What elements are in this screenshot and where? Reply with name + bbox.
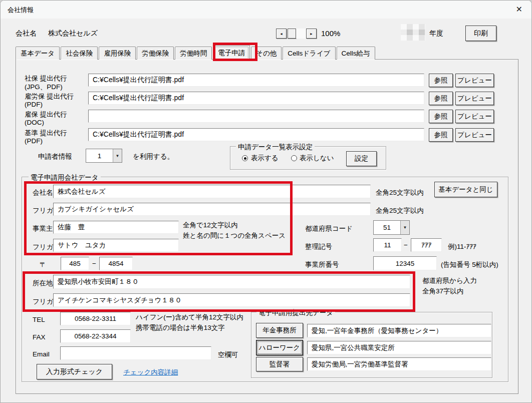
window-title: 会社情報 [8,6,34,15]
office-number-hint: (告知番号 5桁以内) [441,260,498,269]
file-row-label: 雇労保 提出代行 [25,92,74,101]
settings-button[interactable]: 設定 [346,151,377,166]
preview-button[interactable]: プレビュー [455,92,494,105]
applicant-label: 申請者情報 [38,152,72,161]
chevron-down-icon[interactable]: ▼ [400,221,409,234]
tab-others[interactable]: その他 [251,47,282,60]
scrollbar-track[interactable] [296,29,306,39]
zoom-percent: 100% [321,29,340,38]
preview-button[interactable]: プレビュー [455,74,494,87]
file-row-label2: (JPG、PDF) [25,83,63,92]
tab-strip: 基本データ 社会保険 雇用保険 労働保険 労働時間 電子申請 その他 Cells… [16,46,375,60]
pref-code-label: 都道府県コード [305,224,353,233]
pref-code-value: 51 [374,221,400,234]
seiri-dash: − [404,241,408,249]
address-kana-input[interactable] [53,293,410,307]
zip-input-2[interactable] [99,257,133,270]
offices-title: 電子申請用提出先データ [256,308,335,317]
address-label: 所在地 [33,279,53,288]
owner-input[interactable] [53,221,179,234]
file-path-input-koho[interactable] [88,110,424,123]
seiri-input-1[interactable] [373,238,402,252]
owner-label: 事業主 [33,224,53,233]
zoom-scrollbar[interactable]: ◄ ► [276,29,317,39]
seiri-example: 例)11-ｱｱｱ [448,242,476,251]
redacted-year-value [401,24,425,41]
format-check-button[interactable]: 入力形式チェック [37,364,112,379]
hello-work-input[interactable] [307,341,491,354]
browse-button[interactable]: 参照 [429,92,453,105]
radio-hide[interactable] [291,155,297,161]
radio-show-label[interactable]: 表示する [251,154,279,163]
tel-input[interactable] [60,312,131,325]
file-row-label: 雇保 提出代行 [25,110,67,119]
fax-input[interactable] [60,329,131,343]
company-data-title: 電子申請用会社データ [29,173,101,182]
file-row-label2: (PDF) [25,137,43,145]
tab-basic-data[interactable]: 基本データ [16,47,60,60]
tab-cells-drive[interactable]: Cellsドライブ [283,47,335,60]
file-row-label2: (DOC) [25,119,44,126]
owner-hint2: 姓と名の間に１つの全角スペース [183,231,286,240]
close-icon[interactable]: ✕ [516,5,522,14]
pension-office-button[interactable]: 年金事務所 [256,323,303,338]
company-info-dialog: 会社情報 ✕ 会社名 株式会社セルズ ◄ ► 100% 年度 印刷 基本データ … [0,0,532,403]
print-button[interactable]: 印刷 [465,26,496,41]
tab-employment-insurance[interactable]: 雇用保険 [99,47,136,60]
preview-button[interactable]: プレビュー [455,128,494,142]
tab-labor-insurance[interactable]: 労働保険 [137,47,174,60]
zip-label: 〒 [40,260,47,269]
tel-label: TEL [33,316,45,323]
scroll-right-icon[interactable]: ► [306,29,317,39]
labor-standards-input[interactable] [307,357,491,371]
file-path-input-korohо[interactable] [88,92,424,105]
email-input[interactable] [60,346,211,360]
zip-dash: − [92,260,96,267]
title-bar: 会社情報 ✕ [1,1,531,19]
tab-working-hours[interactable]: 労働時間 [175,47,212,60]
address-input[interactable] [53,275,410,289]
company-name-label: 会社名 [33,188,53,197]
file-row-label2: (PDF) [25,101,43,108]
company-kana-input[interactable] [53,203,371,216]
owner-hint1: 全角で12文字以内 [183,221,238,230]
chevron-down-icon[interactable]: ▼ [113,149,122,162]
same-as-basic-button[interactable]: 基本データと同じ [434,182,497,197]
preview-button[interactable]: プレビュー [455,110,494,123]
browse-button[interactable]: 参照 [429,74,453,87]
zip-input-1[interactable] [61,257,89,270]
check-details-link[interactable]: チェック内容詳細 [123,368,178,377]
applicant-suffix: を利用する。 [133,152,174,161]
company-kana-hint: 全角25文字以内 [376,206,424,215]
radio-show-selected[interactable] [242,155,248,161]
tel-hint1: ハイフン(ー)含めて半角12文字以内 [136,313,243,322]
email-label: Email [33,350,50,358]
scroll-left-icon[interactable]: ◄ [276,29,287,39]
file-path-input-shaho[interactable] [88,74,424,87]
seiri-input-2[interactable] [411,238,442,252]
radio-hide-label[interactable]: 表示しない [300,154,334,163]
scrollbar-thumb[interactable] [288,29,296,39]
owner-kana-input[interactable] [53,239,179,252]
tab-social-insurance[interactable]: 社会保険 [61,47,98,60]
tab-cells-payroll[interactable]: Cells給与 [337,47,375,60]
email-hint: 空欄可 [218,350,238,359]
pref-code-select[interactable]: 51 ▼ [373,220,410,235]
browse-button[interactable]: 参照 [429,110,453,123]
file-row-label: 社保 提出代行 [25,74,67,83]
browse-button[interactable]: 参照 [429,128,453,142]
tab-e-gov-selected[interactable]: 電子申請 [213,45,250,61]
pension-office-input[interactable] [307,324,491,337]
labor-standards-button[interactable]: 監督署 [256,357,303,371]
applicant-selected-value: 1 [86,149,113,162]
hello-work-button[interactable]: ハローワーク [256,340,303,355]
header-company-label: 会社名 [16,29,37,38]
header-company-value: 株式会社セルズ [48,29,98,38]
applicant-select[interactable]: 1 ▼ [86,149,122,163]
company-name-input[interactable] [53,185,371,198]
file-path-input-kijun[interactable] [88,128,424,141]
address-hint1: 都道府県から入力 [422,276,477,285]
office-number-input[interactable] [373,256,437,270]
nendo-label: 年度 [429,29,443,38]
office-number-label: 事業所番号 [305,260,339,269]
